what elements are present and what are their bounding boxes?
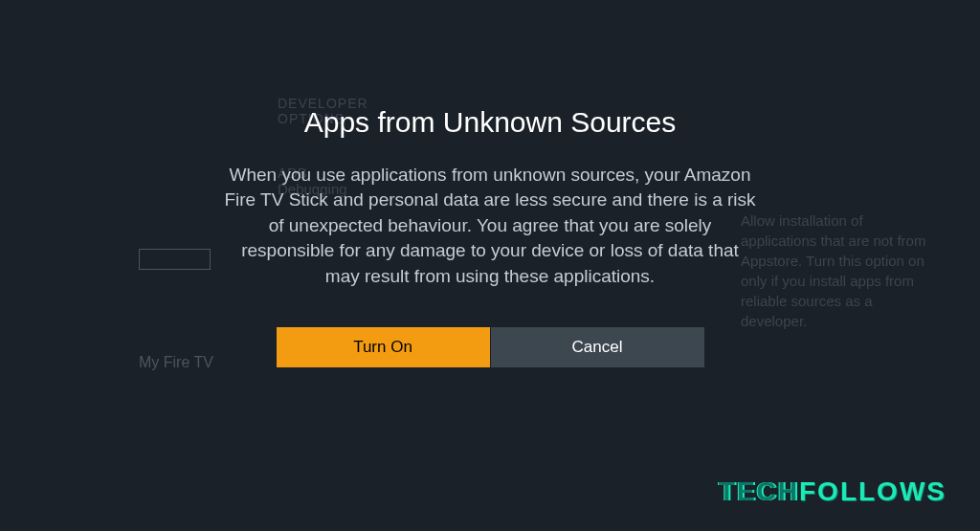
turn-on-button[interactable]: Turn On [277, 327, 490, 367]
dialog-body-text: When you use applications from unknown s… [222, 163, 758, 290]
dialog-button-row: Turn On Cancel [277, 327, 704, 367]
watermark-logo: TECHFOLLOWS [719, 476, 947, 507]
dialog-title: Apps from Unknown Sources [304, 106, 677, 139]
watermark-part2: FOLLOWS [799, 476, 947, 506]
confirmation-dialog: Apps from Unknown Sources When you use a… [0, 0, 980, 531]
watermark-part1: TECH [719, 476, 799, 506]
cancel-button[interactable]: Cancel [491, 327, 704, 367]
